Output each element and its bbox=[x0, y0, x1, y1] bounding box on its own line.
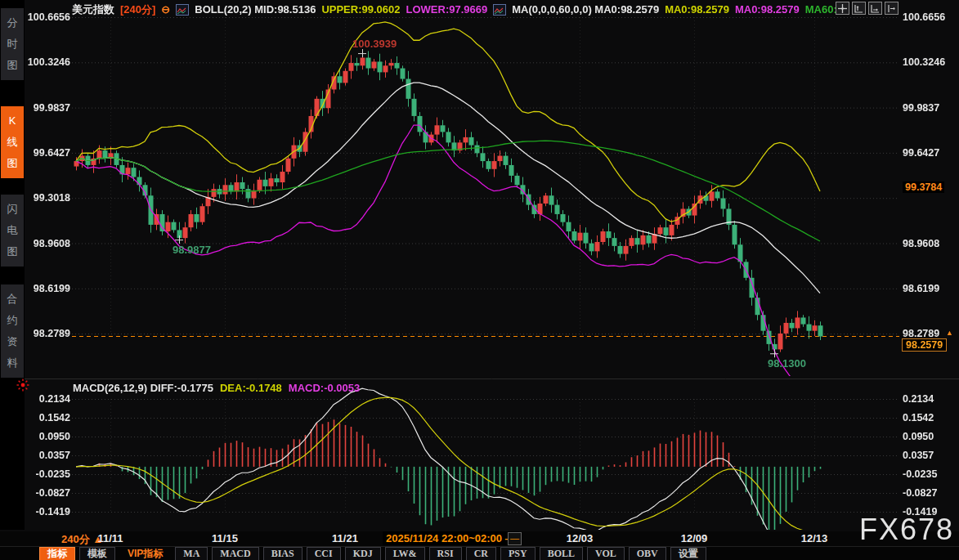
main-y-label-left: 98.9608 bbox=[25, 238, 70, 249]
time-tick: 12/09 bbox=[681, 532, 708, 544]
toolbar-button-9[interactable]: LW& bbox=[385, 547, 425, 560]
time-tick: 11/11 bbox=[97, 532, 123, 544]
chart-toolbar-icons bbox=[836, 2, 899, 15]
toolbar-button-2[interactable]: 模板 bbox=[79, 547, 115, 560]
price-macd-canvas[interactable] bbox=[25, 0, 959, 531]
toolbar-button-15[interactable]: OBV bbox=[629, 547, 666, 560]
main-y-label-left: 99.3018 bbox=[25, 192, 70, 204]
main-y-label-left: 98.2789 bbox=[25, 328, 70, 339]
main-y-label-right: 100.3246 bbox=[903, 56, 957, 68]
time-axis: 240分 ▲ 11/1111/1511/2112/0312/0912/13 20… bbox=[0, 531, 959, 546]
toolbar-button-1[interactable]: 指标 bbox=[39, 547, 75, 560]
chart-application: 分时图K线图闪电图合约资料 美元指数[240分]⊖BOLL(20,2) MID:… bbox=[0, 0, 959, 560]
macd-y-label-left: 0.1542 bbox=[25, 412, 70, 423]
macd-y-label-left: 0.2134 bbox=[25, 393, 70, 405]
main-y-label-left: 100.3246 bbox=[25, 56, 70, 68]
toolbar-button-3[interactable]: VIP指标 bbox=[119, 547, 171, 560]
legend-text: LOWER:97.9669 bbox=[406, 3, 488, 16]
toolbar-button-6[interactable]: BIAS bbox=[263, 547, 302, 560]
price-up-arrow-icon: ▲ bbox=[946, 329, 953, 337]
toolbar-button-12[interactable]: PSY bbox=[500, 547, 536, 560]
toolbar-button-8[interactable]: KDJ bbox=[345, 547, 381, 560]
main-y-label-right: 99.6427 bbox=[903, 147, 957, 159]
macd-y-label-left: 0.0357 bbox=[25, 450, 70, 461]
toolbar-button-14[interactable]: VOL bbox=[587, 547, 625, 560]
main-y-label-left: 100.6656 bbox=[25, 11, 70, 23]
macd-y-label-right: -0.0235 bbox=[903, 468, 957, 480]
toolbar-button-13[interactable]: BOLL bbox=[540, 547, 583, 560]
legend-text: [240分] bbox=[120, 3, 155, 16]
macd-y-label-right: -0.0827 bbox=[903, 487, 957, 499]
live-indicator-icon bbox=[16, 379, 29, 395]
sidebar-tab-1[interactable]: 分时图 bbox=[1, 8, 24, 80]
last-price-badge: 98.2579 bbox=[902, 338, 947, 352]
toolbar-button-11[interactable]: CR bbox=[466, 547, 496, 560]
toolbar-button-5[interactable]: MACD bbox=[212, 547, 258, 560]
scale-y-icon[interactable] bbox=[852, 2, 866, 15]
crosshair-date-tooltip: 2025/11/24 22:00~02:00 — bbox=[383, 531, 519, 545]
macd-y-label-right: 0.2134 bbox=[903, 393, 957, 405]
macd-y-label-right: 0.1542 bbox=[903, 412, 957, 423]
toolbar-button-16[interactable]: 设置 bbox=[670, 547, 706, 560]
toolbar-button-4[interactable]: MA bbox=[175, 547, 208, 560]
upper-band-value-badge: 99.3784 bbox=[903, 181, 944, 193]
low-annotation: 98.1300 bbox=[768, 357, 806, 370]
high-annotation: 100.3939 bbox=[352, 38, 397, 50]
time-tick: 12/13 bbox=[801, 532, 828, 544]
legend-text: MA0:98.2579 bbox=[735, 3, 800, 16]
left-sidebar: 分时图K线图闪电图合约资料 bbox=[0, 0, 25, 530]
toolbar-button-7[interactable]: CCI bbox=[307, 547, 341, 560]
time-tick: 11/15 bbox=[212, 532, 238, 544]
legend-text: MA0:98.2579 bbox=[665, 3, 729, 16]
main-y-label-left: 99.6427 bbox=[25, 147, 70, 159]
macd-y-label-right: 0.0950 bbox=[903, 431, 957, 442]
main-y-label-right: 98.9608 bbox=[903, 238, 957, 249]
shift-right-icon[interactable] bbox=[885, 2, 899, 15]
main-y-label-right: 98.6199 bbox=[903, 283, 957, 294]
legend-text: MACD(26,12,9) DIFF:-0.1775 bbox=[73, 382, 213, 394]
indicator-toolbar: 指标模板VIP指标MAMACDBIASCCIKDJLW&RSICRPSYBOLL… bbox=[0, 546, 959, 560]
main-y-label-left: 98.6199 bbox=[25, 283, 70, 294]
macd-y-label-left: -0.1419 bbox=[25, 506, 70, 517]
legend-text: 美元指数 bbox=[72, 3, 114, 16]
main-y-label-left: 99.9837 bbox=[25, 102, 70, 114]
main-y-label-right: 100.6656 bbox=[903, 11, 957, 23]
macd-y-label-right: 0.0357 bbox=[903, 450, 957, 461]
sidebar-tab-2[interactable]: K线图 bbox=[1, 106, 24, 178]
legend-text: MA(0,0,0,60,0,0) MA0:98.2579 bbox=[512, 3, 659, 16]
macd-legend: MACD(26,12,9) DIFF:-0.1775DEA:-0.1748MAC… bbox=[73, 382, 366, 394]
legend-text: UPPER:99.0602 bbox=[321, 3, 400, 16]
watermark: FX678 bbox=[859, 513, 954, 547]
ma-chart-icon[interactable] bbox=[493, 4, 506, 16]
low-annotation: 98.9877 bbox=[173, 244, 211, 256]
pan-icon[interactable] bbox=[836, 2, 849, 15]
sidebar-tab-4[interactable]: 合约资料 bbox=[1, 284, 24, 378]
toolbar-button-10[interactable]: RSI bbox=[429, 547, 462, 560]
main-chart-legend: 美元指数[240分]⊖BOLL(20,2) MID:98.5136UPPER:9… bbox=[72, 2, 849, 17]
legend-text: MACD:-0.0053 bbox=[289, 382, 360, 394]
collapse-icon[interactable]: ⊖ bbox=[161, 3, 170, 16]
macd-y-label-left: -0.0235 bbox=[25, 468, 70, 480]
macd-y-label-left: -0.0827 bbox=[25, 487, 70, 499]
scale-x-icon[interactable] bbox=[868, 2, 882, 15]
macd-y-label-left: 0.0950 bbox=[25, 431, 70, 442]
main-y-label-right: 99.9837 bbox=[903, 102, 957, 114]
boll-chart-icon[interactable] bbox=[176, 4, 189, 16]
time-axis-handle[interactable]: — bbox=[508, 532, 522, 545]
sidebar-tab-3[interactable]: 闪电图 bbox=[1, 195, 24, 267]
time-tick: 12/03 bbox=[567, 532, 594, 544]
legend-text: DEA:-0.1748 bbox=[220, 382, 282, 394]
time-tick: 11/21 bbox=[332, 532, 358, 544]
legend-text: BOLL(20,2) MID:98.5136 bbox=[195, 3, 316, 16]
